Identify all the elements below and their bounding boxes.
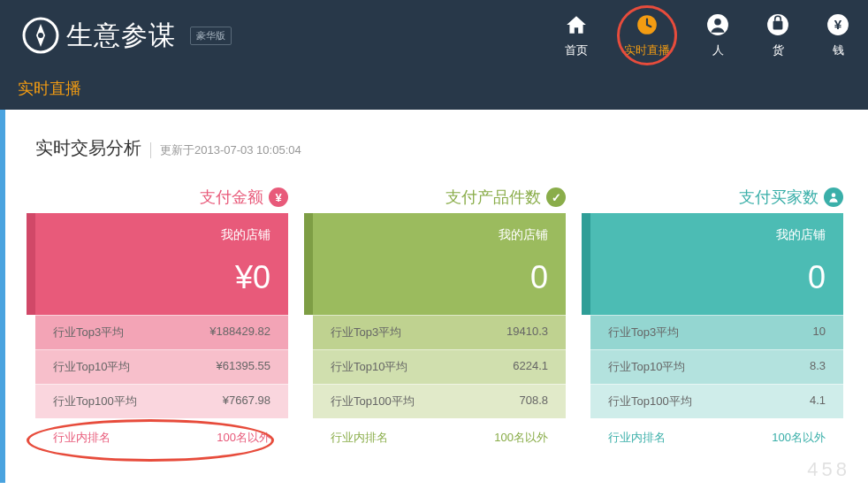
stat-value: ¥188429.82 [209,325,270,340]
logo-text: 生意参谋 [66,18,176,54]
card-top: 我的店铺 ¥0 [35,213,288,315]
card-top: 我的店铺 0 [313,213,566,315]
stat-key: 行业Top3平均 [53,325,124,340]
nav-label: 货 [773,42,784,58]
person-badge-icon [824,187,843,207]
card-rows: 行业Top3平均¥188429.82 行业Top10平均¥61395.55 行业… [35,315,288,456]
stat-key: 行业Top3平均 [331,325,401,340]
nav-label: 实时直播 [624,42,670,58]
rank-value: 100名以外 [494,430,548,446]
section-title: 实时交易分析 [35,136,141,160]
stat-value: 10 [813,325,826,340]
stat-row: 行业Top3平均10 [590,315,843,349]
sub-header: 实时直播 [0,71,868,110]
nav-live[interactable]: 实时直播 [624,12,670,58]
logo-badge: 豪华版 [190,27,232,45]
stat-row: 行业Top100平均708.8 [313,384,566,418]
nav: 首页 实时直播 人 货 ¥ 钱 [564,12,850,58]
stat-key: 行业Top10平均 [608,359,685,375]
stat-key: 行业Top10平均 [331,359,407,375]
rank-value: 100名以外 [217,430,270,446]
stat-value: 708.8 [519,394,548,409]
nav-label: 首页 [565,42,588,58]
card-body: 我的店铺 0 行业Top3平均10 行业Top10平均8.3 行业Top100平… [590,213,843,456]
shop-value: 0 [331,259,548,296]
content: 实时交易分析 更新于2013-07-03 10:05:04 支付金额 ¥ 我的店… [0,110,868,483]
stat-value: 4.1 [810,394,826,409]
svg-point-10 [832,193,836,197]
cards: 支付金额 ¥ 我的店铺 ¥0 行业Top3平均¥188429.82 行业Top1… [35,187,843,456]
svg-rect-7 [773,21,783,30]
rank-row: 行业内排名100名以外 [590,418,843,456]
rank-key: 行业内排名 [53,430,110,446]
nav-people[interactable]: 人 [705,12,730,58]
rank-key: 行业内排名 [608,430,666,446]
stat-key: 行业Top3平均 [608,325,679,340]
nav-label: 钱 [833,42,844,58]
rank-key: 行业内排名 [331,430,388,446]
card-body: 我的店铺 0 行业Top3平均19410.3 行业Top10平均6224.1 行… [313,213,566,456]
clock-icon [635,12,659,37]
card-rows: 行业Top3平均10 行业Top10平均8.3 行业Top100平均4.1 行业… [590,315,843,456]
logo[interactable]: 生意参谋 豪华版 [22,17,232,54]
card-label-text: 支付金额 [200,187,263,208]
section-meta: 更新于2013-07-03 10:05:04 [150,142,301,158]
stat-row: 行业Top10平均6224.1 [313,349,566,384]
goods-icon [765,12,790,37]
stat-key: 行业Top100平均 [53,394,137,409]
header: 生意参谋 豪华版 首页 实时直播 人 货 ¥ 钱 [0,0,868,71]
svg-text:¥: ¥ [834,17,842,32]
card-payment-amount: 支付金额 ¥ 我的店铺 ¥0 行业Top3平均¥188429.82 行业Top1… [35,187,288,456]
home-icon [564,12,589,37]
stat-row: 行业Top100平均4.1 [590,384,843,418]
stat-row: 行业Top3平均19410.3 [313,315,566,349]
stat-row: 行业Top100平均¥7667.98 [35,384,288,418]
rank-value: 100名以外 [772,430,826,446]
stat-value: 19410.3 [506,325,548,340]
rank-row: 行业内排名100名以外 [313,418,566,456]
shop-label: 我的店铺 [608,227,826,243]
money-icon: ¥ [826,12,850,37]
shop-label: 我的店铺 [331,227,548,243]
shop-label: 我的店铺 [53,227,270,243]
yen-badge-icon: ¥ [269,187,288,207]
card-label: 支付产品件数 ✓ [313,187,566,208]
nav-label: 人 [712,42,724,58]
card-body: 我的店铺 ¥0 行业Top3平均¥188429.82 行业Top10平均¥613… [35,213,288,456]
stat-key: 行业Top100平均 [608,394,692,409]
card-label: 支付买家数 [590,187,843,208]
sub-title: 实时直播 [18,78,850,99]
compass-icon [22,17,59,54]
svg-point-5 [714,19,721,26]
rank-row: 行业内排名100名以外 [35,418,288,456]
section-head: 实时交易分析 更新于2013-07-03 10:05:04 [35,136,843,160]
stat-value: ¥7667.98 [223,394,270,409]
card-label-text: 支付买家数 [739,187,819,208]
stat-row: 行业Top3平均¥188429.82 [35,315,288,349]
stat-key: 行业Top10平均 [53,359,130,375]
stat-row: 行业Top10平均8.3 [590,349,843,384]
stat-row: 行业Top10平均¥61395.55 [35,349,288,384]
shop-value: ¥0 [53,259,270,296]
stat-value: ¥61395.55 [217,359,270,375]
card-top: 我的店铺 0 [590,213,843,315]
card-label-text: 支付产品件数 [445,187,541,208]
card-label: 支付金额 ¥ [35,187,288,208]
stat-value: 6224.1 [513,359,548,375]
check-badge-icon: ✓ [546,187,566,207]
card-buyer-count: 支付买家数 我的店铺 0 行业Top3平均10 行业Top10平均8.3 行业T… [590,187,843,456]
nav-goods[interactable]: 货 [765,12,790,58]
nav-home[interactable]: 首页 [564,12,589,58]
stat-value: 8.3 [810,359,826,375]
stat-key: 行业Top100平均 [331,394,415,409]
card-product-count: 支付产品件数 ✓ 我的店铺 0 行业Top3平均19410.3 行业Top10平… [313,187,566,456]
shop-value: 0 [608,259,826,296]
card-rows: 行业Top3平均19410.3 行业Top10平均6224.1 行业Top100… [313,315,566,456]
nav-money[interactable]: ¥ 钱 [826,12,850,58]
svg-point-2 [38,33,43,38]
person-icon [705,12,730,37]
